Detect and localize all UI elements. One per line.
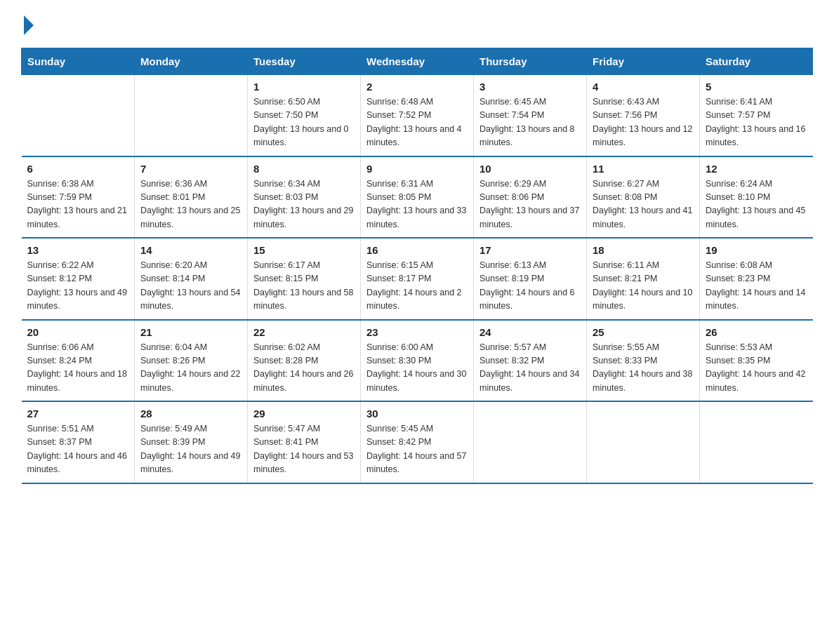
day-info: Sunrise: 5:47 AMSunset: 8:41 PMDaylight:… — [253, 422, 355, 477]
day-info: Sunrise: 6:38 AMSunset: 7:59 PMDaylight:… — [27, 177, 129, 232]
calendar-header: SundayMondayTuesdayWednesdayThursdayFrid… — [22, 48, 813, 75]
calendar-cell: 12Sunrise: 6:24 AMSunset: 8:10 PMDayligh… — [700, 156, 813, 239]
day-number: 2 — [366, 81, 468, 93]
calendar-cell: 15Sunrise: 6:17 AMSunset: 8:15 PMDayligh… — [248, 238, 361, 320]
weekday-header-monday: Monday — [135, 48, 248, 75]
calendar-cell: 16Sunrise: 6:15 AMSunset: 8:17 PMDayligh… — [361, 238, 474, 320]
calendar-cell — [587, 401, 700, 483]
calendar-cell: 17Sunrise: 6:13 AMSunset: 8:19 PMDayligh… — [474, 238, 587, 320]
calendar-cell: 18Sunrise: 6:11 AMSunset: 8:21 PMDayligh… — [587, 238, 700, 320]
day-info: Sunrise: 6:24 AMSunset: 8:10 PMDaylight:… — [706, 177, 807, 232]
day-number: 21 — [140, 326, 241, 338]
calendar-cell: 6Sunrise: 6:38 AMSunset: 7:59 PMDaylight… — [22, 156, 135, 239]
day-info: Sunrise: 6:48 AMSunset: 7:52 PMDaylight:… — [366, 95, 468, 150]
day-number: 4 — [593, 81, 694, 93]
calendar-week-4: 20Sunrise: 6:06 AMSunset: 8:24 PMDayligh… — [22, 320, 813, 402]
day-info: Sunrise: 6:43 AMSunset: 7:56 PMDaylight:… — [593, 95, 694, 150]
day-number: 1 — [253, 81, 355, 93]
day-number: 8 — [253, 163, 355, 175]
day-info: Sunrise: 6:06 AMSunset: 8:24 PMDaylight:… — [27, 341, 129, 396]
day-number: 6 — [27, 163, 129, 175]
day-info: Sunrise: 6:22 AMSunset: 8:12 PMDaylight:… — [27, 259, 129, 314]
calendar-cell: 2Sunrise: 6:48 AMSunset: 7:52 PMDaylight… — [361, 75, 474, 156]
day-number: 20 — [27, 326, 129, 338]
day-number: 29 — [253, 408, 355, 420]
day-info: Sunrise: 6:29 AMSunset: 8:06 PMDaylight:… — [479, 177, 581, 232]
calendar-cell: 21Sunrise: 6:04 AMSunset: 8:26 PMDayligh… — [135, 320, 248, 402]
weekday-header-sunday: Sunday — [22, 48, 135, 75]
calendar-cell: 1Sunrise: 6:50 AMSunset: 7:50 PMDaylight… — [248, 75, 361, 156]
calendar-cell — [700, 401, 813, 483]
calendar-body: 1Sunrise: 6:50 AMSunset: 7:50 PMDaylight… — [22, 75, 813, 483]
day-number: 7 — [140, 163, 241, 175]
calendar-cell: 20Sunrise: 6:06 AMSunset: 8:24 PMDayligh… — [22, 320, 135, 402]
day-info: Sunrise: 6:27 AMSunset: 8:08 PMDaylight:… — [593, 177, 694, 232]
day-number: 25 — [593, 326, 694, 338]
calendar-week-5: 27Sunrise: 5:51 AMSunset: 8:37 PMDayligh… — [22, 401, 813, 483]
day-info: Sunrise: 6:11 AMSunset: 8:21 PMDaylight:… — [593, 259, 694, 314]
day-info: Sunrise: 5:51 AMSunset: 8:37 PMDaylight:… — [27, 422, 129, 477]
day-number: 10 — [479, 163, 581, 175]
weekday-header-thursday: Thursday — [474, 48, 587, 75]
calendar-cell: 14Sunrise: 6:20 AMSunset: 8:14 PMDayligh… — [135, 238, 248, 320]
day-info: Sunrise: 5:57 AMSunset: 8:32 PMDaylight:… — [479, 341, 581, 396]
calendar-cell: 29Sunrise: 5:47 AMSunset: 8:41 PMDayligh… — [248, 401, 361, 483]
day-info: Sunrise: 6:02 AMSunset: 8:28 PMDaylight:… — [253, 341, 355, 396]
calendar-cell: 9Sunrise: 6:31 AMSunset: 8:05 PMDaylight… — [361, 156, 474, 239]
weekday-header-saturday: Saturday — [700, 48, 813, 75]
calendar-week-1: 1Sunrise: 6:50 AMSunset: 7:50 PMDaylight… — [22, 75, 813, 156]
day-number: 9 — [366, 163, 468, 175]
calendar-cell: 25Sunrise: 5:55 AMSunset: 8:33 PMDayligh… — [587, 320, 700, 402]
calendar-cell: 26Sunrise: 5:53 AMSunset: 8:35 PMDayligh… — [700, 320, 813, 402]
day-number: 22 — [253, 326, 355, 338]
day-info: Sunrise: 6:45 AMSunset: 7:54 PMDaylight:… — [479, 95, 581, 150]
day-info: Sunrise: 6:31 AMSunset: 8:05 PMDaylight:… — [366, 177, 468, 232]
day-info: Sunrise: 6:34 AMSunset: 8:03 PMDaylight:… — [253, 177, 355, 232]
calendar-cell: 24Sunrise: 5:57 AMSunset: 8:32 PMDayligh… — [474, 320, 587, 402]
day-number: 24 — [479, 326, 581, 338]
day-number: 28 — [140, 408, 241, 420]
day-info: Sunrise: 5:53 AMSunset: 8:35 PMDaylight:… — [706, 341, 807, 396]
calendar-cell: 28Sunrise: 5:49 AMSunset: 8:39 PMDayligh… — [135, 401, 248, 483]
day-number: 5 — [706, 81, 807, 93]
calendar-cell: 4Sunrise: 6:43 AMSunset: 7:56 PMDaylight… — [587, 75, 700, 156]
day-number: 14 — [140, 244, 241, 256]
calendar-cell — [135, 75, 248, 156]
calendar-cell: 7Sunrise: 6:36 AMSunset: 8:01 PMDaylight… — [135, 156, 248, 239]
weekday-row: SundayMondayTuesdayWednesdayThursdayFrid… — [22, 48, 813, 75]
calendar-cell: 19Sunrise: 6:08 AMSunset: 8:23 PMDayligh… — [700, 238, 813, 320]
calendar-cell — [22, 75, 135, 156]
day-info: Sunrise: 6:08 AMSunset: 8:23 PMDaylight:… — [706, 259, 807, 314]
day-number: 12 — [706, 163, 807, 175]
calendar-cell: 3Sunrise: 6:45 AMSunset: 7:54 PMDaylight… — [474, 75, 587, 156]
calendar-cell: 5Sunrise: 6:41 AMSunset: 7:57 PMDaylight… — [700, 75, 813, 156]
calendar-cell: 23Sunrise: 6:00 AMSunset: 8:30 PMDayligh… — [361, 320, 474, 402]
calendar-cell: 11Sunrise: 6:27 AMSunset: 8:08 PMDayligh… — [587, 156, 700, 239]
day-info: Sunrise: 6:36 AMSunset: 8:01 PMDaylight:… — [140, 177, 241, 232]
day-number: 3 — [479, 81, 581, 93]
day-info: Sunrise: 6:15 AMSunset: 8:17 PMDaylight:… — [366, 259, 468, 314]
day-number: 30 — [366, 408, 468, 420]
day-number: 19 — [706, 244, 807, 256]
day-info: Sunrise: 5:49 AMSunset: 8:39 PMDaylight:… — [140, 422, 241, 477]
day-info: Sunrise: 6:20 AMSunset: 8:14 PMDaylight:… — [140, 259, 241, 314]
calendar-cell: 8Sunrise: 6:34 AMSunset: 8:03 PMDaylight… — [248, 156, 361, 239]
day-number: 16 — [366, 244, 468, 256]
day-number: 13 — [27, 244, 129, 256]
day-info: Sunrise: 6:17 AMSunset: 8:15 PMDaylight:… — [253, 259, 355, 314]
day-info: Sunrise: 6:04 AMSunset: 8:26 PMDaylight:… — [140, 341, 241, 396]
calendar-cell — [474, 401, 587, 483]
logo — [21, 14, 34, 35]
day-number: 26 — [706, 326, 807, 338]
day-number: 18 — [593, 244, 694, 256]
calendar-cell: 27Sunrise: 5:51 AMSunset: 8:37 PMDayligh… — [22, 401, 135, 483]
day-number: 17 — [479, 244, 581, 256]
day-info: Sunrise: 5:45 AMSunset: 8:42 PMDaylight:… — [366, 422, 468, 477]
page-header — [21, 14, 813, 35]
calendar-cell: 30Sunrise: 5:45 AMSunset: 8:42 PMDayligh… — [361, 401, 474, 483]
day-number: 27 — [27, 408, 129, 420]
weekday-header-friday: Friday — [587, 48, 700, 75]
calendar-table: SundayMondayTuesdayWednesdayThursdayFrid… — [21, 48, 813, 484]
day-number: 23 — [366, 326, 468, 338]
weekday-header-wednesday: Wednesday — [361, 48, 474, 75]
